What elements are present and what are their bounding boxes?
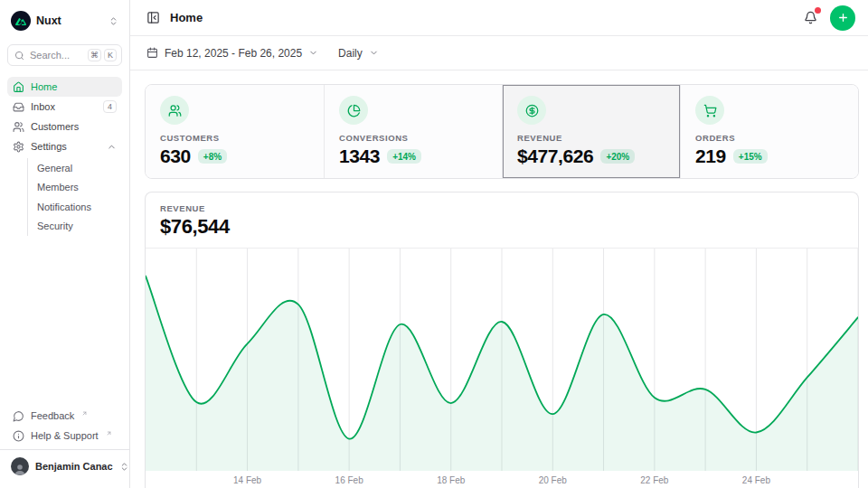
plus-icon [837,12,849,23]
gear-icon [13,141,24,153]
chart-x-axis: 14 Feb16 Feb18 Feb20 Feb22 Feb24 Feb [146,471,858,488]
info-circle-icon [13,430,24,442]
sidebar-item-label: Home [31,81,117,92]
date-range-value: Feb 12, 2025 - Feb 26, 2025 [165,47,302,60]
stat-card-orders[interactable]: Orders 219 +15% [680,85,858,178]
settings-subnav: General Members Notifications Security [27,158,122,236]
sidebar-item-label: Customers [31,121,117,132]
sidebar-item-label: Settings [31,141,100,152]
users-icon [13,121,24,133]
stat-label: Orders [695,133,844,143]
sidebar-collapse-button[interactable] [145,9,162,26]
page-title: Home [170,11,203,24]
sidebar: Nuxt Search... ⌘ K Home Inbox 4 [0,0,130,488]
chat-bubble-icon [13,410,24,422]
feedback-link[interactable]: Feedback [7,406,122,426]
feedback-label: Feedback [31,410,74,421]
stat-label: Conversions [339,133,487,143]
stat-label: Customers [160,133,309,143]
search-placeholder: Search... [30,50,82,61]
main-panel: Home Feb 12, 2025 - Feb 26, 2025 [130,0,868,488]
sidebar-item-members[interactable]: Members [37,178,122,198]
nuxt-logo-icon [11,11,31,31]
granularity-select[interactable]: Daily [336,43,381,63]
avatar [11,457,29,475]
stat-card-conversions[interactable]: Conversions 1343 +14% [324,85,502,178]
chart-total-value: $76,544 [160,215,844,239]
chevron-down-icon [369,48,379,58]
stats-row: Customers 630 +8% Conversions 1343 +14% [145,84,859,179]
workspace-name: Nuxt [36,14,103,27]
top-header: Home [130,0,868,36]
circle-dollar-icon [517,96,546,125]
stat-label: Revenue [517,133,665,143]
stat-value: 1343 [339,145,380,167]
sidebar-footer: Feedback Help & Support Benjamin Canac [7,406,122,481]
kbd-k: K [104,49,117,61]
stat-delta-badge: +8% [198,149,227,164]
x-tick-label: 20 Feb [539,475,567,485]
revenue-area-chart[interactable]: 14 Feb16 Feb18 Feb20 Feb22 Feb24 Feb [146,248,858,488]
sidebar-item-label: Inbox [31,101,97,112]
search-shortcut: ⌘ K [88,49,117,61]
help-support-label: Help & Support [31,430,99,441]
calendar-icon [146,47,158,59]
sidebar-item-general[interactable]: General [37,158,122,178]
kbd-meta: ⌘ [88,49,101,61]
granularity-value: Daily [338,47,363,60]
sidebar-item-home[interactable]: Home [7,77,122,97]
user-menu[interactable]: Benjamin Canac [0,449,129,477]
stat-value: 219 [695,145,726,167]
chart-pie-icon [339,96,368,125]
stat-card-customers[interactable]: Customers 630 +8% [146,85,324,178]
stat-delta-badge: +15% [733,149,768,164]
chevron-down-icon [308,48,318,58]
stat-value: $477,626 [517,145,593,167]
help-support-link[interactable]: Help & Support [7,426,122,446]
notification-dot [815,7,821,14]
arrow-up-right-icon [81,410,88,417]
arrow-up-right-icon [106,430,112,436]
x-tick-label: 24 Feb [742,475,770,485]
chevron-up-icon [107,142,117,152]
users-icon [160,96,189,125]
sidebar-item-settings[interactable]: Settings [7,136,122,156]
date-range-picker[interactable]: Feb 12, 2025 - Feb 26, 2025 [145,43,320,63]
search-input[interactable]: Search... ⌘ K [7,44,122,66]
stat-delta-badge: +14% [387,149,421,164]
inbox-count-badge: 4 [103,100,117,113]
sidebar-nav: Home Inbox 4 Customers Settings Genera [7,77,122,236]
x-tick-label: 18 Feb [437,475,465,485]
filter-toolbar: Feb 12, 2025 - Feb 26, 2025 Daily [130,36,868,70]
sidebar-item-notifications[interactable]: Notifications [37,197,122,217]
x-tick-label: 22 Feb [640,475,668,485]
chart-title: Revenue [160,203,844,213]
add-button[interactable] [830,5,855,31]
x-tick-label: 14 Feb [233,475,261,485]
search-icon [14,51,24,61]
inbox-icon [13,101,24,113]
cart-icon [695,96,724,125]
notifications-button[interactable] [802,9,819,26]
stat-card-revenue[interactable]: Revenue $477,626 +20% [502,85,680,178]
sidebar-item-inbox[interactable]: Inbox 4 [7,97,122,117]
stat-value: 630 [160,145,191,167]
sidebar-item-security[interactable]: Security [37,217,122,237]
stat-delta-badge: +20% [600,149,635,164]
chevrons-up-down-icon [108,16,118,26]
house-icon [13,81,24,93]
chevrons-up-down-icon [119,462,129,472]
dashboard-content: Customers 630 +8% Conversions 1343 +14% [130,70,868,488]
revenue-chart-card: Revenue $76,544 14 Feb16 Feb18 Feb20 Feb… [145,192,859,488]
sidebar-item-customers[interactable]: Customers [7,117,122,136]
x-tick-label: 16 Feb [335,475,363,485]
user-name: Benjamin Canac [35,461,113,472]
panel-left-close-icon [146,11,160,24]
workspace-switcher[interactable]: Nuxt [7,9,122,33]
